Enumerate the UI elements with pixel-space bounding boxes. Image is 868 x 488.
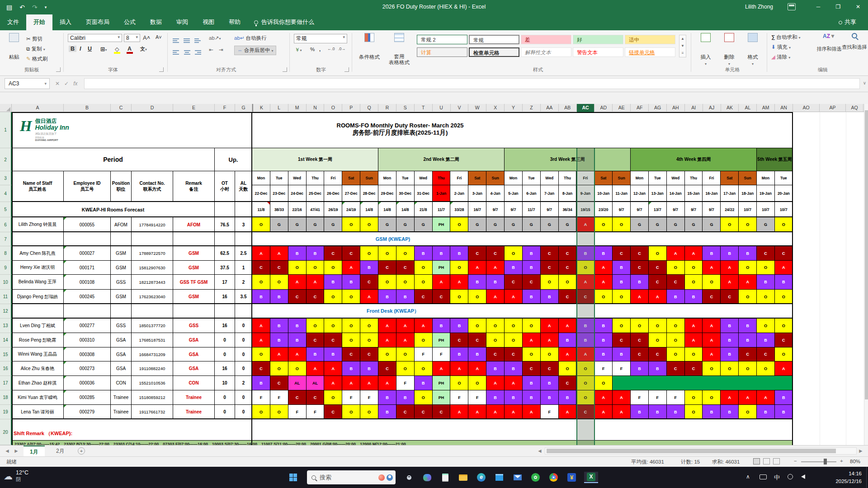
align-left-icon[interactable] [173,47,179,55]
cell-ot[interactable]: 16 [215,361,235,376]
shift-cell[interactable]: B [450,246,468,261]
shift-cell[interactable]: A [721,275,739,290]
column-header-D[interactable]: D [132,104,173,112]
day-header-13[interactable]: Sun [486,171,505,185]
shift-cell[interactable]: B [559,333,577,347]
column-header-B[interactable]: B [64,104,111,112]
shift-cell[interactable]: O [613,290,631,304]
shift-cell[interactable]: G [703,217,721,232]
shift-cell[interactable]: C [270,376,288,390]
shift-cell[interactable]: O [576,261,594,275]
name-box[interactable]: AC3 [5,78,50,89]
column-header-AB[interactable]: AB [559,104,577,112]
shift-cell[interactable]: A [307,361,325,376]
date-header-29-Dec[interactable]: 29-Dec [378,185,396,202]
shift-cell[interactable]: O [703,275,721,290]
shift-cell[interactable]: B [649,361,667,376]
cell-remark[interactable]: GSM [173,290,215,304]
column-header-F[interactable]: F [215,104,235,112]
day-header-16[interactable]: Wed [541,171,559,185]
shift-cell[interactable]: O [468,319,486,333]
shift-cell[interactable]: B [667,405,685,419]
chrome-browser-icon[interactable] [548,472,559,483]
copy-button[interactable]: ⧉ 复制 ▾ [26,46,45,52]
shift-cell[interactable]: A [721,390,739,405]
cell-name[interactable]: Ethan Zhao 赵梓淇 [12,376,64,390]
shift-cell[interactable]: C [342,347,360,361]
shift-cell[interactable]: A [324,361,342,376]
cell-remark[interactable]: Trainee [173,390,215,405]
shift-cell[interactable]: A [541,319,559,333]
cell-employee-id[interactable]: 000036 [64,376,111,390]
cell-remark[interactable]: Trainee [173,405,215,419]
column-header-AA[interactable]: AA [541,104,559,112]
date-header-3-Jan[interactable]: 3-Jan [468,185,486,202]
shift-cell[interactable]: C [775,246,793,261]
date-header-13-Jan[interactable]: 13-Jan [649,185,667,202]
shift-cell[interactable]: G [559,217,577,232]
shift-cell[interactable]: O [360,217,378,232]
shift-cell[interactable]: B [396,390,415,405]
align-bottom-icon[interactable] [194,35,201,43]
cell-employee-id[interactable]: 000108 [64,275,111,290]
day-header-10[interactable]: Thu [433,171,451,185]
shift-cell[interactable]: B [270,333,288,347]
shift-cell[interactable]: A [288,347,307,361]
date-header-2-Jan[interactable]: 2-Jan [450,185,468,202]
date-header-6-Jan[interactable]: 6-Jan [523,185,541,202]
file-explorer-icon[interactable] [458,472,469,483]
shift-cell[interactable]: A [703,333,721,347]
shift-cell[interactable]: C [667,275,685,290]
shift-cell[interactable]: F [433,347,451,361]
merge-center-button[interactable]: ⇔ 合并后居中 ▾ [234,46,276,55]
forecast-cell-2[interactable]: 22/16 [288,202,307,217]
cell-contact[interactable]: 19117661732 [132,405,173,419]
shift-cell[interactable]: O [360,319,378,333]
date-header-28-Dec[interactable]: 28-Dec [360,185,378,202]
cell-position[interactable]: AFOM [111,217,132,232]
cell-al[interactable]: 2 [235,275,252,290]
shift-cell[interactable]: G [468,217,486,232]
row-header-6[interactable]: 6 [0,217,12,232]
bold-button[interactable]: B [69,46,76,52]
shift-cell[interactable]: C [559,246,577,261]
shift-cell[interactable]: O [631,319,649,333]
shift-cell[interactable]: G [486,217,505,232]
shift-cell[interactable]: B [252,290,270,304]
shift-cell[interactable]: O [667,319,685,333]
date-header-27-Dec[interactable]: 27-Dec [342,185,360,202]
tab-review[interactable]: 审阅 [169,14,195,30]
shift-cell[interactable]: A [324,376,342,390]
shift-cell[interactable]: A [433,275,451,290]
cell-position[interactable]: GSA [111,347,132,361]
shift-cell[interactable]: C [360,275,378,290]
fill-color-icon[interactable]: ◇ [115,46,119,52]
autosum-button[interactable]: ∑ 自动求和 ▾ [771,34,801,41]
shift-cell[interactable]: F [649,390,667,405]
shift-cell[interactable]: F [415,347,433,361]
day-header-9[interactable]: Wed [415,171,433,185]
shift-cell[interactable]: A [342,376,360,390]
shift-cell[interactable]: B [523,390,541,405]
format-cells-button[interactable]: 格式▾ [742,33,763,66]
shift-cell[interactable]: PH [433,390,451,405]
cell-ot[interactable]: 17 [215,275,235,290]
column-header-S[interactable]: S [396,104,415,112]
shift-cell[interactable]: O [288,361,307,376]
shift-cell[interactable]: B [739,246,757,261]
shift-cell[interactable]: O [342,333,360,347]
shift-cell[interactable]: B [468,275,486,290]
cell-al[interactable]: 0 [235,347,252,361]
cell-name[interactable]: Amy Chen 陈孔燕 [12,246,64,261]
cell-ot[interactable]: 76.5 [215,217,235,232]
shift-cell[interactable]: B [288,333,307,347]
green-app-icon[interactable]: ✿ [530,472,541,483]
format-as-table-button[interactable]: 套用表格格式 [385,33,413,65]
shift-cell[interactable]: C [486,246,505,261]
shift-cell[interactable]: C [631,333,649,347]
shift-cell[interactable]: A [378,319,396,333]
comma-icon[interactable]: , [319,47,321,52]
shift-cell[interactable]: G [415,217,433,232]
cell-al[interactable]: 0 [235,390,252,405]
ribbon-display-options-icon[interactable] [788,3,796,10]
